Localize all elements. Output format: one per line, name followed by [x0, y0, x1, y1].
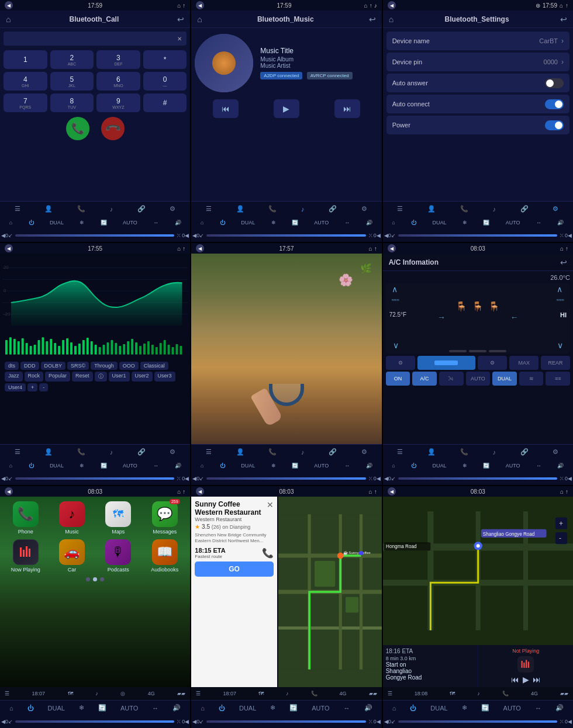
preset-ooo[interactable]: OOO — [119, 362, 139, 370]
dial-8[interactable]: 8TUV — [50, 93, 94, 112]
c5-fan[interactable]: ❄ — [271, 463, 276, 469]
preset-user4[interactable]: User4 — [5, 383, 26, 391]
nav5-gear[interactable]: ⚙ — [361, 448, 367, 456]
nav-phone-icon2[interactable]: 📞 — [311, 691, 317, 696]
c7-steer[interactable]: ↙ — [8, 719, 13, 724]
nav-map-icon[interactable]: 🗺 — [258, 691, 264, 696]
nav2-link[interactable]: 🔗 — [329, 205, 337, 213]
c8-steer[interactable]: ↙ — [199, 719, 204, 724]
c6-power[interactable]: ⏻ — [411, 463, 416, 469]
dial-2[interactable]: 2ABC — [50, 50, 94, 69]
power-toggle[interactable] — [545, 120, 564, 130]
nav7-fan[interactable]: ❄ — [79, 704, 84, 712]
nav8-recycle[interactable]: 🔄 — [289, 704, 298, 712]
c3-power[interactable]: ⏻ — [411, 220, 416, 226]
nav2-grid[interactable]: ☰ — [206, 205, 212, 213]
c2-fan[interactable]: ❄ — [271, 220, 276, 226]
nav7-recycle[interactable]: 🔄 — [98, 704, 106, 712]
back-btn-9[interactable]: ◀ — [388, 487, 396, 495]
app-car[interactable]: 🚗 Car — [51, 539, 92, 573]
clear-icon[interactable]: ✕ — [177, 36, 182, 42]
ac-fan-btn[interactable] — [417, 356, 476, 370]
dial-6[interactable]: 6MNO — [96, 72, 140, 91]
preset-popular[interactable]: Popular — [45, 372, 70, 382]
nav2-user[interactable]: 👤 — [236, 205, 244, 213]
dial-1[interactable]: 1 — [4, 50, 47, 69]
nav4-music[interactable]: ♪ — [110, 449, 113, 456]
home-icon-2[interactable]: ⌂ — [197, 15, 202, 24]
nav3-phone[interactable]: 📞 — [460, 205, 468, 213]
ac-on-btn[interactable]: ON — [386, 372, 410, 386]
end-call-button[interactable]: 📞 — [96, 112, 129, 145]
ac-max-btn[interactable]: MAX — [509, 356, 539, 370]
prev-button[interactable]: ⏮ — [213, 99, 239, 118]
c6-back2[interactable]: ◀ — [568, 476, 572, 481]
navmap-map-icon[interactable]: 🗺 — [450, 691, 455, 696]
c9-back2[interactable]: ◀ — [568, 719, 572, 724]
dial-4[interactable]: 4GHI — [4, 72, 47, 91]
nav7-home[interactable]: ⌂ — [9, 705, 13, 712]
nav3-gear[interactable]: ⚙ — [553, 205, 558, 213]
nav2-gear[interactable]: ⚙ — [361, 205, 367, 213]
c4-dir[interactable]: ↔ — [153, 463, 158, 469]
next-button[interactable]: ⏭ — [334, 99, 360, 118]
c-back[interactable]: ◀ — [1, 233, 5, 238]
place-close-icon[interactable]: ✕ — [267, 500, 274, 509]
back-btn-6[interactable]: ◀ — [388, 244, 396, 252]
phone-icon-place[interactable]: 📞 — [262, 547, 274, 559]
nav9-power[interactable]: ⏻ — [410, 705, 416, 712]
nav9-home[interactable]: ⌂ — [392, 705, 396, 712]
call-button[interactable]: 📞 — [66, 117, 89, 140]
nav4-gear[interactable]: ⚙ — [170, 448, 175, 456]
c4-back[interactable]: ◀ — [1, 476, 5, 481]
c6-vol[interactable]: 🔊 — [557, 463, 564, 469]
preset-jazz[interactable]: Jazz — [5, 372, 23, 382]
auto-connect-toggle[interactable] — [545, 99, 564, 109]
dial-hash[interactable]: # — [143, 93, 187, 112]
navmap-grid[interactable]: ☰ — [388, 691, 392, 696]
navmap-phone[interactable]: 📞 — [502, 691, 509, 696]
app-nowplaying[interactable]: Now Playing — [5, 539, 46, 573]
note-icon[interactable]: ♪ — [374, 2, 377, 9]
nav4-link[interactable]: 🔗 — [137, 448, 146, 456]
c6-steer[interactable]: ↙ — [391, 476, 396, 481]
c6-back[interactable]: ◀ — [384, 476, 388, 481]
climate-home[interactable]: ⌂ — [9, 220, 12, 226]
climate-fan[interactable]: ❄ — [80, 220, 84, 226]
preset-ddd[interactable]: DDD — [20, 362, 39, 370]
carplay-grid-icon[interactable]: ☰ — [5, 691, 9, 696]
slider-1[interactable] — [449, 350, 467, 352]
c5-vol[interactable]: 🔊 — [366, 463, 372, 469]
preset-user1[interactable]: User1 — [109, 372, 130, 382]
nav6-link[interactable]: 🔗 — [520, 448, 529, 456]
nav7-vol[interactable]: 🔊 — [172, 704, 181, 712]
device-pin-arrow[interactable]: › — [561, 58, 564, 66]
auto-answer-toggle[interactable] — [545, 78, 564, 88]
preset-user3[interactable]: User3 — [154, 372, 175, 382]
c3-back2[interactable]: ◀ — [568, 233, 572, 238]
next-btn[interactable]: ⏭ — [533, 675, 541, 684]
ac-auto-btn[interactable]: AUTO — [466, 372, 491, 386]
c9-back[interactable]: ◀ — [384, 719, 388, 724]
c4-back2[interactable]: ◀ — [185, 476, 189, 481]
search-bar[interactable]: ✕ — [4, 32, 187, 46]
dial-7[interactable]: 7PQRS — [4, 93, 47, 112]
dial-5[interactable]: 5JKL — [50, 72, 94, 91]
c3-steer[interactable]: ↙ — [391, 233, 396, 238]
preset-remove[interactable]: - — [39, 383, 48, 391]
c3-fan[interactable]: ❄ — [462, 220, 467, 226]
c4-vol[interactable]: 🔊 — [175, 463, 181, 469]
c9-steer[interactable]: ↙ — [391, 719, 396, 724]
nav4-grid[interactable]: ☰ — [15, 448, 20, 456]
back-btn-8[interactable]: ◀ — [196, 487, 204, 495]
nav8-vol[interactable]: 🔊 — [364, 704, 372, 712]
nav8-home[interactable]: ⌂ — [201, 705, 205, 712]
c8-back2[interactable]: ◀ — [377, 719, 381, 724]
nav6-music[interactable]: ♪ — [492, 449, 496, 456]
c6-fan[interactable]: ❄ — [462, 463, 467, 469]
dial-9[interactable]: 9WXYZ — [96, 93, 140, 112]
ac-ac-btn[interactable]: A/C — [412, 372, 437, 386]
nav5-phone[interactable]: 📞 — [268, 448, 277, 456]
climate-vol[interactable]: 🔊 — [175, 220, 181, 226]
back-icon-3[interactable]: ↩ — [560, 15, 567, 24]
